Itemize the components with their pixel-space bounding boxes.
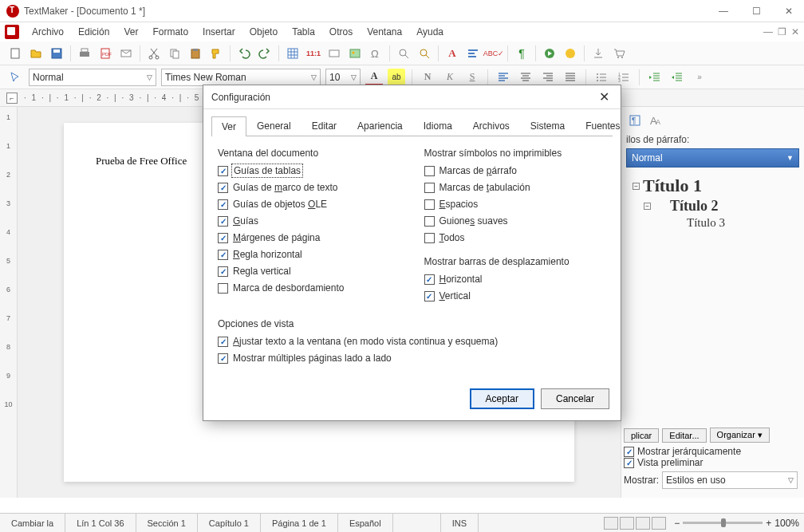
barras-checkbox-1[interactable]: Vertical [424,290,607,301]
cart-icon[interactable] [610,45,628,62]
vertical-ruler[interactable]: 112345678910 [0,107,18,498]
font-color-icon[interactable]: A [365,69,383,86]
dialog-close-button[interactable]: ✕ [596,89,613,104]
view-normal-icon[interactable] [604,517,618,530]
organizar-button[interactable]: Organizar ▾ [710,428,770,443]
cut-icon[interactable] [145,45,163,62]
cancelar-button[interactable]: Cancelar [541,388,609,409]
zoom-icon[interactable] [395,45,412,62]
ventana-checkbox-2[interactable]: Guías de objetos OLE [218,199,400,210]
tab-selector-icon[interactable]: ⌐ [6,93,18,104]
app-menu-button[interactable] [5,25,19,39]
minimize-button[interactable]: — [714,4,733,18]
chevron-down-icon[interactable]: ▼ [786,154,794,162]
tab-archivos[interactable]: Archivos [463,116,520,136]
symbol-icon[interactable]: Ω [367,45,384,62]
tab-ver[interactable]: Ver [211,116,246,136]
tree-collapse-icon[interactable]: − [633,183,640,190]
zoom-level-icon[interactable] [416,45,433,62]
menu-formato[interactable]: Formato [146,25,195,39]
char-format-icon[interactable]: A [443,45,461,62]
simbolos-checkbox-0[interactable]: Marcas de párrafo [424,165,607,176]
para-format-icon[interactable] [464,45,482,62]
new-icon[interactable] [6,45,24,62]
paste-icon[interactable] [187,45,204,62]
ventana-checkbox-5[interactable]: Regla horizontal [218,249,400,260]
menu-objeto[interactable]: Objeto [243,25,284,39]
aceptar-button[interactable]: Aceptar [470,388,534,409]
simbolos-checkbox-4[interactable]: Todos [424,232,607,243]
date-icon[interactable]: 11:1 [305,45,322,62]
status-ins[interactable]: INS [441,514,479,532]
mdi-minimize-icon[interactable]: — [763,26,773,37]
ventana-checkbox-1[interactable]: Guías de marco de texto [218,182,400,193]
underline-icon[interactable]: S [463,69,481,86]
menu-ayuda[interactable]: Ayuda [410,25,450,39]
ventana-checkbox-0[interactable]: Guías de tablas [218,165,400,176]
checkbox-icon[interactable] [218,250,228,260]
more-icon[interactable]: » [691,69,708,86]
tab-fuentes[interactable]: Fuentes [575,116,630,136]
simbolos-checkbox-2[interactable]: Espacios [424,199,607,210]
pdf-icon[interactable]: PDF [97,45,114,62]
ventana-checkbox-6[interactable]: Regla vertical [218,266,400,277]
align-left-icon[interactable] [495,69,512,86]
open-icon[interactable] [27,45,45,62]
checkbox-icon[interactable] [218,216,228,227]
save-icon[interactable] [48,45,65,62]
bold-icon[interactable]: N [419,69,436,86]
redo-icon[interactable] [256,45,274,62]
checkbox-icon[interactable] [218,183,228,193]
checkbox-icon[interactable] [218,266,228,277]
simbolos-checkbox-1[interactable]: Marcas de tabulación [424,182,607,193]
checkbox-icon[interactable] [218,283,228,294]
highlight-icon[interactable]: ab [388,69,405,86]
checkbox-icon[interactable] [218,166,228,176]
tab-sistema[interactable]: Sistema [520,116,575,136]
document-text[interactable]: Prueba de Free Office [96,155,187,167]
tab-idioma[interactable]: Idioma [413,116,463,136]
style-h1[interactable]: Título 1 [643,175,702,196]
align-right-icon[interactable] [539,69,557,86]
checkbox-icon[interactable] [424,291,435,301]
editar-button[interactable]: Editar... [662,428,706,443]
style-h2[interactable]: Título 2 [670,198,719,215]
bullets-icon[interactable] [593,69,610,86]
print-icon[interactable] [76,45,93,62]
checkbox-icon[interactable] [218,337,228,347]
view-master-icon[interactable] [620,517,634,530]
checkbox-icon[interactable] [218,199,228,210]
ventana-checkbox-3[interactable]: Guías [218,215,400,227]
style-normal[interactable]: Normal ▼ [626,148,799,167]
menu-archivo[interactable]: Archivo [26,25,70,39]
view-outline-icon[interactable] [636,517,650,530]
nonprinting-icon[interactable]: ¶ [513,45,530,62]
tab-editar[interactable]: Editar [302,116,347,136]
checkbox-icon[interactable] [218,233,228,243]
checkbox-icon[interactable] [424,216,435,227]
checkbox-icon[interactable] [218,353,228,364]
jerarquico-checkbox[interactable]: Mostrar jerárquicamente [624,446,798,457]
zoom-slider[interactable] [683,522,763,524]
indent-icon[interactable] [668,69,686,86]
go-icon[interactable] [541,45,558,62]
mdi-close-icon[interactable]: ✕ [791,26,799,37]
ventana-checkbox-4[interactable]: Márgenes de página [218,232,400,243]
pointer-icon[interactable] [6,69,24,86]
menu-tabla[interactable]: Tabla [286,25,321,39]
opciones-checkbox-0[interactable]: Ajustar texto a la ventana (en modo vist… [218,336,606,347]
email-icon[interactable] [117,45,135,62]
checkbox-icon[interactable] [424,274,435,285]
tab-apariencia[interactable]: Apariencia [347,116,413,136]
zoom-value[interactable]: 100% [774,518,799,529]
style-dropdown[interactable]: Normal▽ [29,69,156,86]
copy-icon[interactable] [166,45,183,62]
mdi-restore-icon[interactable]: ❐ [778,26,786,37]
italic-icon[interactable]: K [441,69,459,86]
undo-icon[interactable] [235,45,253,62]
barras-checkbox-0[interactable]: Horizontal [424,274,607,285]
zoom-in-icon[interactable]: + [766,518,771,529]
status-language[interactable]: Español [338,514,393,532]
align-center-icon[interactable] [517,69,534,86]
checkbox-icon[interactable] [424,199,435,210]
